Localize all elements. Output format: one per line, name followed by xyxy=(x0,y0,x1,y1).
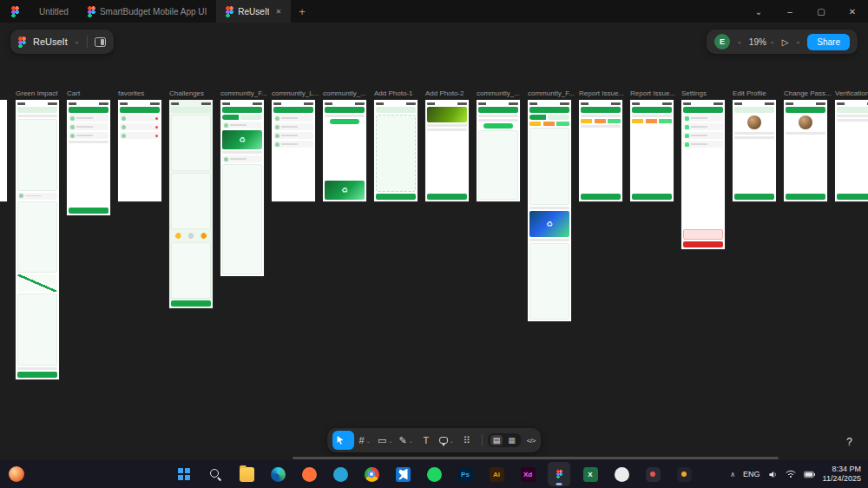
canvas-frame-add-photo-1[interactable]: Add Photo-1 xyxy=(374,100,418,201)
frame-label[interactable]: Report Issue... xyxy=(630,89,675,97)
btn-r-block xyxy=(683,241,723,247)
editor-tab-smartbudget[interactable]: SmartBudget Mobile App UI xyxy=(78,0,216,23)
dev-code-icon[interactable]: </> xyxy=(527,437,536,445)
canvas-frame-community-full[interactable]: communtly_F... xyxy=(528,100,571,321)
frame-label[interactable]: Add Photo-2 xyxy=(425,89,464,97)
frame-label[interactable]: Change Pass... xyxy=(784,89,832,97)
frame-label[interactable]: Settings xyxy=(681,89,707,97)
tool-actions[interactable]: ⠿ xyxy=(457,431,477,450)
frame-label[interactable]: communtly_L... xyxy=(272,89,319,97)
present-chevron-icon[interactable]: ⌄ xyxy=(795,38,800,45)
frame-label[interactable]: Cart xyxy=(67,89,80,97)
wifi-icon[interactable] xyxy=(786,470,796,478)
canvas-frame-change-password[interactable]: Change Pass... xyxy=(784,100,827,201)
taskbar-app-file-explorer[interactable] xyxy=(235,462,258,486)
canvas-frame-edit-profile[interactable]: Edit Profile xyxy=(733,100,776,201)
tray-overflow-chevron-icon[interactable]: ∧ xyxy=(730,471,735,478)
frame-label[interactable]: favorites xyxy=(118,89,144,97)
tool-chevron-icon[interactable]: ⌄ xyxy=(389,438,393,444)
canvas-frame-add-photo-2[interactable]: Add Photo-2 xyxy=(425,100,469,201)
taskbar-app-figma[interactable] xyxy=(548,462,570,486)
canvas-frame-community-list[interactable]: communtly_L... xyxy=(272,100,315,201)
canvas-frame-report-issue-2[interactable]: Report Issue... xyxy=(630,100,674,201)
taskbar-app-github[interactable] xyxy=(610,462,633,486)
canvas-frame-favorites[interactable]: favorites xyxy=(118,100,161,201)
tool-shape[interactable]: ▭ ⌄ xyxy=(375,431,395,450)
taskbar-app-edge[interactable] xyxy=(266,462,289,486)
tool-chevron-icon[interactable]: ⌄ xyxy=(347,438,352,444)
volume-icon[interactable] xyxy=(768,470,778,479)
horizontal-scrollbar[interactable] xyxy=(293,457,779,459)
frame-label[interactable]: communtly_F... xyxy=(220,89,267,97)
file-name[interactable]: ReUseIt xyxy=(33,36,68,47)
taskbar-app-start[interactable] xyxy=(173,462,195,486)
toggle-panel-icon[interactable] xyxy=(95,37,106,47)
canvas-frame-report-issue-1[interactable]: Report Issue... xyxy=(579,100,622,201)
tool-pen[interactable]: ✎ ⌄ xyxy=(397,431,416,450)
close-button[interactable]: ✕ xyxy=(837,0,868,23)
taskbar-app-photoshop[interactable]: Ps xyxy=(454,462,477,486)
frame-label[interactable]: Edit Profile xyxy=(733,89,766,97)
share-button[interactable]: Share xyxy=(807,34,850,50)
new-tab-button[interactable]: + xyxy=(291,0,313,23)
avatar-chevron-icon[interactable]: ⌄ xyxy=(737,38,742,45)
canvas-frame-community-feed[interactable]: communtly_F... xyxy=(220,100,264,276)
editor-tab-reuseit[interactable]: ReUseIt ✕ xyxy=(216,0,291,23)
frame-label[interactable]: communtly_F... xyxy=(528,89,575,97)
battery-icon[interactable] xyxy=(804,471,815,478)
taskbar-app-search[interactable] xyxy=(204,462,227,486)
minimize-button[interactable]: – xyxy=(774,0,806,23)
frame-label[interactable]: communtly_... xyxy=(323,89,366,97)
taskbar-app-vscode[interactable] xyxy=(391,462,414,486)
taskbar-app-illustrator[interactable]: Ai xyxy=(485,462,508,486)
canvas-frame-settings[interactable]: Settings xyxy=(681,100,725,249)
taskbar-app-game[interactable] xyxy=(641,462,664,486)
canvas-frame-challenges[interactable]: Challenges xyxy=(169,100,213,308)
present-icon[interactable]: ▷ xyxy=(782,37,789,47)
canvas-frame-green-impact[interactable]: Green Impact xyxy=(16,100,59,379)
canvas-frame-community-1[interactable]: communtly_... xyxy=(323,100,366,201)
taskbar-app-telegram[interactable] xyxy=(329,462,352,486)
editor-tab-untitled[interactable]: Untitled xyxy=(30,0,78,23)
dev-mode-icon[interactable]: ▦ xyxy=(505,435,518,445)
frame-label[interactable]: Green Impact xyxy=(16,89,57,97)
canvas-frame-verification[interactable]: Verification... xyxy=(835,100,868,201)
taskbar-app-chrome[interactable] xyxy=(360,462,383,486)
canvas-frame-cart[interactable]: Cart xyxy=(67,100,110,215)
frame-label[interactable]: Add Photo-1 xyxy=(374,89,412,97)
taskbar-app-spotify[interactable] xyxy=(423,462,445,486)
canvas-frame-community-2[interactable]: communtly_... xyxy=(477,100,520,201)
taskbar-app-adobe-xd[interactable]: Xd xyxy=(516,462,539,486)
tool-text[interactable]: T xyxy=(417,431,436,450)
tool-comment[interactable]: ⌄ xyxy=(437,431,457,450)
user-avatar[interactable]: E xyxy=(714,34,730,49)
clock[interactable]: 8:34 PM 11/24/2025 xyxy=(823,465,861,485)
frame-label[interactable]: Report Issue... xyxy=(579,89,624,97)
frame-label[interactable]: Verification... xyxy=(835,89,868,97)
tool-chevron-icon[interactable]: ⌄ xyxy=(450,438,454,444)
taskbar-app-firefox[interactable] xyxy=(298,462,320,486)
window-menu-chevron-icon[interactable]: ⌄ xyxy=(743,0,774,23)
design-mode-icon[interactable]: ▤ xyxy=(490,435,503,445)
taskbar-app-excel[interactable]: X xyxy=(579,462,602,486)
language-indicator[interactable]: ENG xyxy=(743,470,760,478)
status-block xyxy=(632,102,672,105)
canvas-frame-partial[interactable] xyxy=(0,100,7,201)
mode-toggle[interactable]: ▤ ▦ xyxy=(488,433,521,447)
taskbar-app-obs[interactable] xyxy=(673,462,695,486)
tool-chevron-icon[interactable]: ⌄ xyxy=(366,438,371,444)
tool-chevron-icon[interactable]: ⌄ xyxy=(409,438,413,444)
frame-label[interactable]: communtly_... xyxy=(477,89,520,97)
tool-move[interactable]: ⌄ xyxy=(332,431,354,450)
app-icon xyxy=(208,467,223,482)
help-button[interactable]: ? xyxy=(846,436,852,448)
frame-label[interactable]: Challenges xyxy=(169,89,204,97)
file-chevron-icon[interactable]: ⌄ xyxy=(75,38,80,45)
tool-frame[interactable]: # ⌄ xyxy=(355,431,374,450)
figma-app-icon[interactable] xyxy=(0,0,30,23)
figma-menu-icon[interactable] xyxy=(18,36,26,48)
widgets-button[interactable] xyxy=(9,460,24,488)
maximize-button[interactable]: ▢ xyxy=(806,0,837,23)
zoom-control[interactable]: 19% ⌄ xyxy=(749,37,775,47)
tab-close-icon[interactable]: ✕ xyxy=(275,8,281,16)
